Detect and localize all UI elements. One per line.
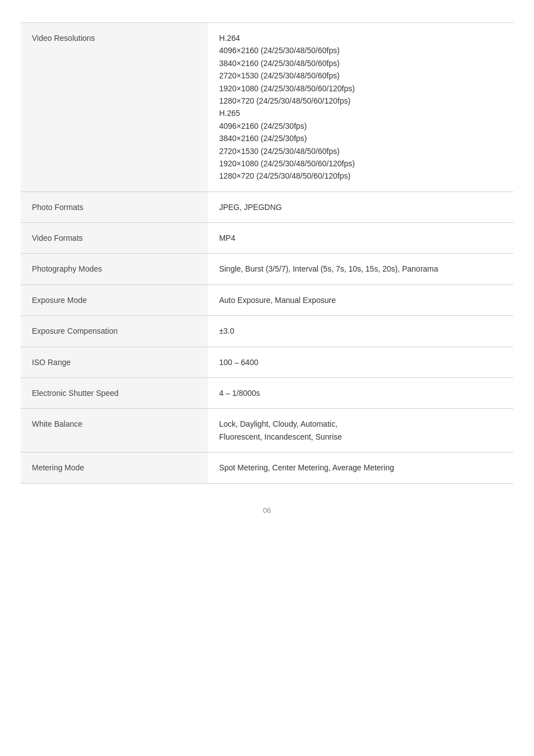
spec-table: Video ResolutionsH.2644096×2160 (24/25/3… [21,22,513,484]
table-row: Electronic Shutter Speed4 – 1/8000s [21,378,513,409]
spec-label: Metering Mode [21,452,208,483]
table-row: Exposure Compensation±3.0 [21,316,513,347]
spec-value: Spot Metering, Center Metering, Average … [208,452,513,483]
table-row: ISO Range100 – 6400 [21,347,513,377]
table-row: Video FormatsMP4 [21,223,513,254]
spec-value: H.2644096×2160 (24/25/30/48/50/60fps)384… [208,23,513,192]
spec-value: Lock, Daylight, Cloudy, Automatic,Fluore… [208,409,513,452]
spec-value: JPEG, JPEGDNG [208,192,513,222]
spec-label: Photo Formats [21,192,208,222]
spec-label: Video Formats [21,223,208,254]
spec-label: ISO Range [21,347,208,377]
page-number: 06 [21,506,513,515]
table-row: Photo FormatsJPEG, JPEGDNG [21,192,513,222]
spec-label: Video Resolutions [21,23,208,192]
table-row: Photography ModesSingle, Burst (3/5/7), … [21,254,513,284]
spec-value: Auto Exposure, Manual Exposure [208,284,513,315]
table-row: Video ResolutionsH.2644096×2160 (24/25/3… [21,23,513,192]
spec-value: MP4 [208,223,513,254]
spec-label: Exposure Mode [21,284,208,315]
spec-value: 100 – 6400 [208,347,513,377]
spec-label: Electronic Shutter Speed [21,378,208,409]
spec-value: 4 – 1/8000s [208,378,513,409]
table-row: Metering ModeSpot Metering, Center Meter… [21,452,513,483]
spec-value: ±3.0 [208,316,513,347]
spec-label: Exposure Compensation [21,316,208,347]
spec-value: Single, Burst (3/5/7), Interval (5s, 7s,… [208,254,513,284]
page-container: Video ResolutionsH.2644096×2160 (24/25/3… [21,22,513,526]
table-row: Exposure ModeAuto Exposure, Manual Expos… [21,284,513,315]
table-row: White BalanceLock, Daylight, Cloudy, Aut… [21,409,513,452]
spec-label: Photography Modes [21,254,208,284]
spec-label: White Balance [21,409,208,452]
